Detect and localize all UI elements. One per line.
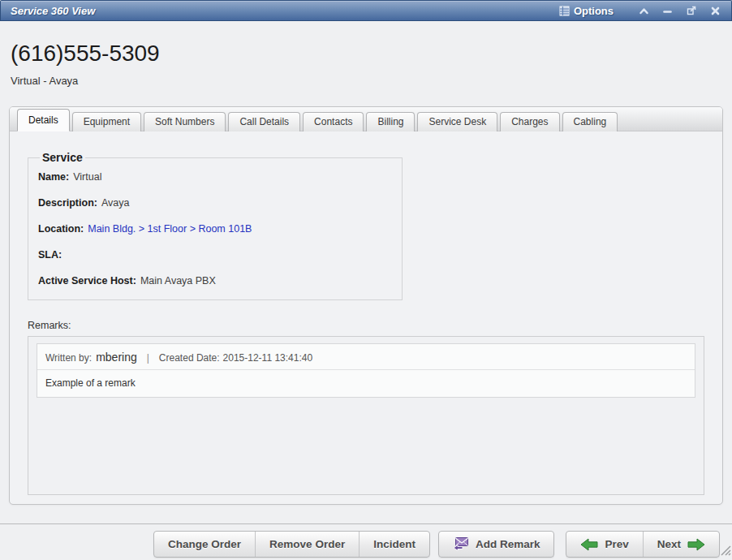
- arrow-left-icon: [580, 538, 598, 551]
- window-title: Service 360 View: [11, 5, 95, 17]
- field-active-service-host-value: Main Avaya PBX: [140, 275, 216, 286]
- collapse-button[interactable]: [636, 6, 652, 16]
- popout-button[interactable]: [683, 4, 700, 17]
- footer-toolbar: Change Order Remove Order Incident Add R…: [0, 523, 732, 560]
- change-order-label: Change Order: [168, 538, 241, 550]
- remarks-container: Written by: mbering | Created Date: 2015…: [28, 336, 704, 495]
- remark-button-group: Add Remark: [438, 531, 555, 558]
- options-button[interactable]: Options: [556, 3, 617, 19]
- field-name-value: Virtual: [73, 171, 101, 183]
- minimize-icon: [663, 7, 672, 15]
- add-remark-button[interactable]: Add Remark: [439, 532, 554, 557]
- nav-button-group: Prev Next: [566, 531, 720, 558]
- written-by-label: Written by:: [45, 352, 92, 364]
- resize-handle[interactable]: [719, 544, 731, 559]
- remark-item: Written by: mbering | Created Date: 2015…: [37, 343, 695, 398]
- field-name-label: Name:: [38, 171, 69, 183]
- tab-call-details[interactable]: Call Details: [228, 112, 300, 131]
- field-description-label: Description:: [38, 197, 97, 209]
- tabstrip: Details Equipment Soft Numbers Call Deta…: [10, 107, 722, 131]
- remarks-label: Remarks:: [28, 320, 704, 331]
- remove-order-label: Remove Order: [269, 538, 345, 550]
- service-legend: Service: [40, 151, 85, 164]
- incident-button[interactable]: Incident: [359, 532, 429, 557]
- field-description: Description:Avaya: [38, 198, 392, 209]
- resize-grip-icon: [719, 544, 731, 556]
- envelope-reply-icon: [453, 536, 469, 552]
- next-label: Next: [657, 538, 681, 550]
- created-date-value: 2015-12-11 13:41:40: [223, 352, 313, 364]
- order-button-group: Change Order Remove Order Incident: [153, 531, 430, 558]
- close-icon: [711, 6, 720, 15]
- page-header: (616)555-5309 Virtual - Avaya: [0, 21, 732, 87]
- created-date-label: Created Date:: [159, 352, 220, 364]
- arrow-right-icon: [687, 538, 705, 551]
- prev-label: Prev: [605, 538, 628, 550]
- next-button[interactable]: Next: [643, 532, 719, 557]
- location-link[interactable]: Main Bldg. > 1st Floor > Room 101B: [88, 223, 252, 235]
- prev-button[interactable]: Prev: [566, 532, 642, 557]
- field-sla: SLA:: [38, 250, 392, 261]
- remove-order-button[interactable]: Remove Order: [255, 532, 359, 557]
- incident-label: Incident: [373, 538, 416, 550]
- tab-cabling[interactable]: Cabling: [562, 112, 618, 131]
- titlebar: Service 360 View Options: [0, 0, 732, 21]
- tab-charges[interactable]: Charges: [500, 112, 559, 131]
- chevron-up-icon: [639, 7, 648, 15]
- field-active-service-host-label: Active Service Host:: [38, 275, 136, 286]
- field-sla-label: SLA:: [38, 249, 62, 261]
- tab-contacts[interactable]: Contacts: [303, 112, 364, 131]
- remark-header: Written by: mbering | Created Date: 2015…: [37, 344, 695, 370]
- field-description-value: Avaya: [101, 197, 130, 209]
- details-tab-content: Service Name:Virtual Description:Avaya L…: [10, 131, 722, 505]
- field-location-label: Location:: [38, 223, 84, 235]
- change-order-button[interactable]: Change Order: [154, 532, 255, 557]
- page-title: (616)555-5309: [11, 41, 721, 67]
- service-panel: Details Equipment Soft Numbers Call Deta…: [9, 106, 723, 505]
- field-location: Location:Main Bldg. > 1st Floor > Room 1…: [38, 224, 392, 235]
- options-label: Options: [574, 5, 614, 17]
- tab-service-desk[interactable]: Service Desk: [417, 112, 497, 131]
- field-active-service-host: Active Service Host:Main Avaya PBX: [38, 276, 392, 286]
- remark-author: mbering: [96, 351, 137, 364]
- field-name: Name:Virtual: [38, 172, 392, 183]
- tab-details[interactable]: Details: [17, 109, 70, 131]
- remark-separator: |: [147, 352, 149, 364]
- tab-billing[interactable]: Billing: [366, 112, 415, 131]
- tab-soft-numbers[interactable]: Soft Numbers: [144, 112, 226, 131]
- popout-icon: [687, 6, 696, 15]
- minimize-button[interactable]: [660, 6, 675, 16]
- add-remark-label: Add Remark: [476, 538, 540, 550]
- service-fieldset: Service Name:Virtual Description:Avaya L…: [28, 151, 403, 300]
- tab-equipment[interactable]: Equipment: [72, 112, 141, 131]
- remark-text: Example of a remark: [37, 370, 695, 397]
- options-icon: [559, 6, 570, 16]
- close-button[interactable]: [708, 5, 723, 17]
- service-subtitle: Virtual - Avaya: [11, 75, 721, 87]
